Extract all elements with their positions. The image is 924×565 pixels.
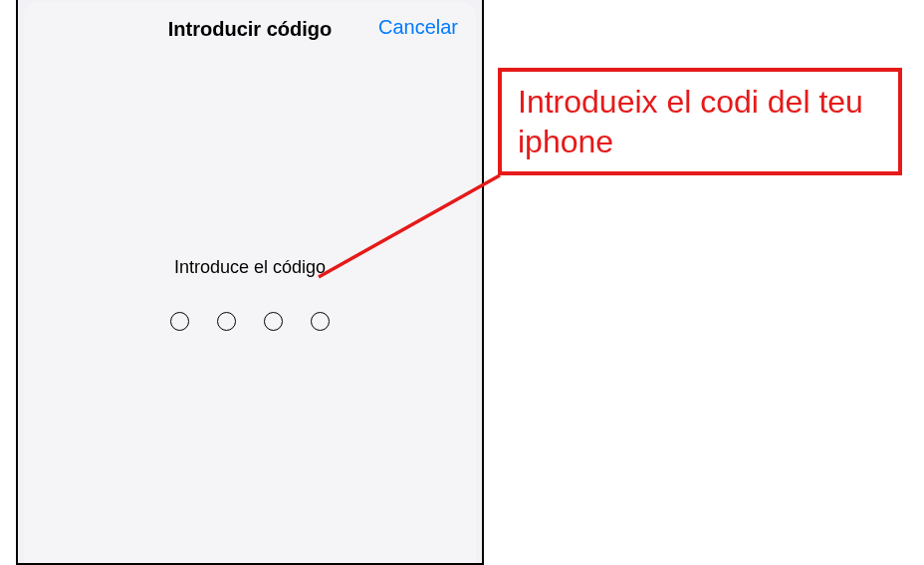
annotation-text: Introdueix el codi del teu iphone — [518, 82, 882, 161]
passcode-modal: Introducir código Cancelar Introduce el … — [24, 2, 476, 563]
modal-header: Introducir código Cancelar — [24, 2, 476, 56]
annotation-callout: Introdueix el codi del teu iphone — [498, 68, 902, 175]
phone-frame: Introducir código Cancelar Introduce el … — [16, 0, 484, 565]
passcode-prompt: Introduce el código — [174, 257, 326, 278]
passcode-dot-2 — [217, 312, 236, 331]
passcode-dot-4 — [311, 312, 330, 331]
passcode-area: Introduce el código — [24, 257, 476, 331]
passcode-dot-3 — [264, 312, 283, 331]
cancel-button[interactable]: Cancelar — [378, 16, 458, 39]
modal-title: Introducir código — [168, 18, 332, 41]
passcode-input[interactable] — [170, 312, 330, 331]
passcode-dot-1 — [170, 312, 189, 331]
